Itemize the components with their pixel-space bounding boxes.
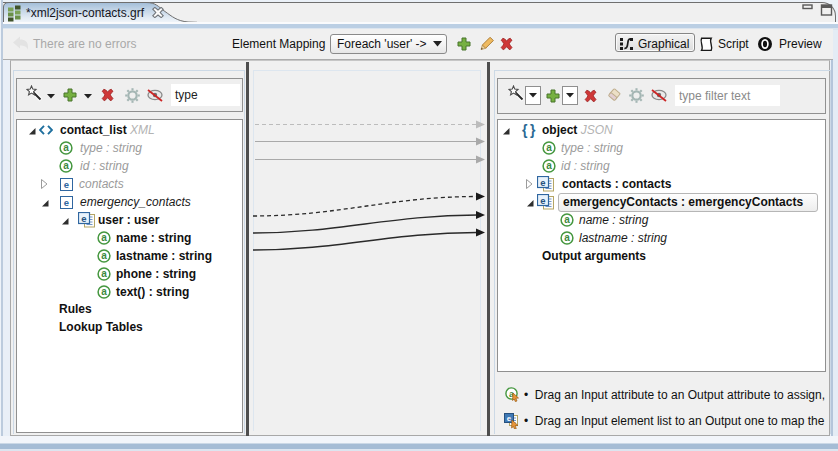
svg-text:a: a (101, 250, 107, 261)
svg-text:a: a (101, 232, 107, 243)
svg-text:a: a (564, 232, 570, 243)
svg-text:e: e (507, 414, 512, 423)
svg-text:a: a (63, 142, 69, 153)
svg-text:a: a (63, 160, 69, 171)
svg-text:a: a (101, 286, 107, 297)
svg-text:a: a (564, 214, 570, 225)
svg-text:e: e (64, 179, 69, 190)
svg-text:e: e (540, 195, 545, 206)
svg-text:a: a (546, 160, 552, 171)
svg-text:a: a (546, 142, 552, 153)
svg-text:e: e (81, 213, 86, 224)
svg-text:e: e (64, 197, 69, 208)
svg-text:e: e (540, 177, 545, 188)
svg-text:a: a (101, 268, 107, 279)
